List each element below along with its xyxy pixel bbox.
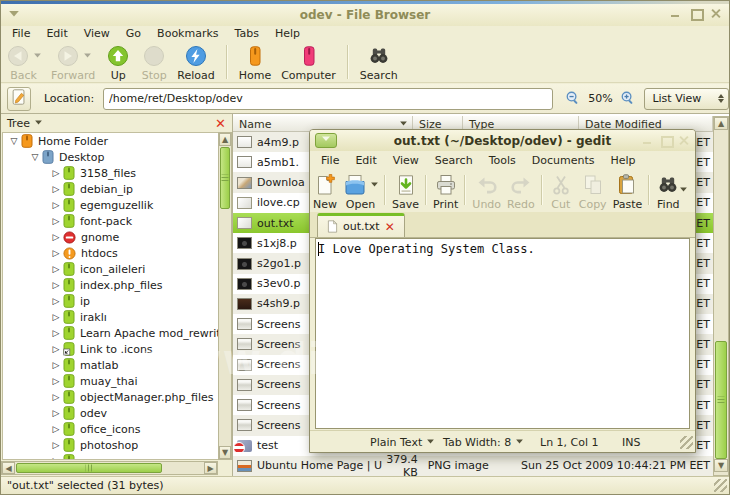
toolbar-overflow-icon[interactable] xyxy=(679,184,689,197)
zoom-in-icon[interactable] xyxy=(620,90,635,108)
expander-closed-icon[interactable]: ▷ xyxy=(49,440,63,450)
expander-closed-icon[interactable]: ▷ xyxy=(49,424,63,434)
scroll-up-icon[interactable]: ▲ xyxy=(714,117,728,130)
maximize-button[interactable] xyxy=(660,135,671,146)
gedit-print-button[interactable]: Print xyxy=(430,172,461,212)
location-input[interactable] xyxy=(103,88,552,110)
language-select[interactable]: Plain Text xyxy=(370,436,435,449)
tree-item-ofice-icons[interactable]: ▷ofice_icons xyxy=(3,421,218,437)
gedit-menu-documents[interactable]: Documents xyxy=(525,153,602,168)
filebrowser-forward-button[interactable]: Forward xyxy=(46,43,100,83)
expander-closed-icon[interactable]: ▷ xyxy=(49,280,63,290)
expander-closed-icon[interactable]: ▷ xyxy=(49,248,63,258)
gedit-titlebar[interactable]: out.txt (~/Desktop/odev) - gedit xyxy=(310,130,695,151)
tree-item-partial[interactable]: ▷ xyxy=(3,453,218,460)
tree-scroll-thumb[interactable] xyxy=(220,147,230,209)
expander-closed-icon[interactable]: ▷ xyxy=(49,456,63,460)
expander-closed-icon[interactable]: ▷ xyxy=(49,232,63,242)
gedit-undo-button[interactable]: Undo xyxy=(469,172,504,212)
expander-closed-icon[interactable]: ▷ xyxy=(49,408,63,418)
tree-item-debian-ip[interactable]: ▷debian_ip xyxy=(3,181,218,197)
expander-closed-icon[interactable]: ▷ xyxy=(49,264,63,274)
tree-item-index-php-files[interactable]: ▷index.php_files xyxy=(3,277,218,293)
gedit-redo-button[interactable]: Redo xyxy=(504,172,538,212)
gedit-save-button[interactable]: Save xyxy=(389,172,422,212)
maximize-button[interactable] xyxy=(690,8,701,19)
tab-width-select[interactable]: Tab Width: 8 xyxy=(443,436,524,449)
expander-closed-icon[interactable]: ▷ xyxy=(49,360,63,370)
filebrowser-menu-bookmarks[interactable]: Bookmarks xyxy=(150,26,225,41)
tree-item-odev[interactable]: ▷odev xyxy=(3,405,218,421)
tree-hscroll-thumb[interactable] xyxy=(16,463,162,473)
expander-open-icon[interactable]: ▽ xyxy=(7,136,21,146)
tree-item-irakl[interactable]: ▷iraklı xyxy=(3,309,218,325)
gedit-new-button[interactable]: New xyxy=(310,172,340,212)
resize-grip[interactable] xyxy=(714,479,727,492)
filebrowser-menu-edit[interactable]: Edit xyxy=(39,26,74,41)
tree-item-photoshop[interactable]: ▷photoshop xyxy=(3,437,218,453)
gedit-cut-button[interactable]: Cut xyxy=(546,172,576,212)
gedit-menu-view[interactable]: View xyxy=(386,153,426,168)
filebrowser-titlebar[interactable]: odev - File Browser xyxy=(1,4,729,26)
tree-header[interactable]: Tree ✕ xyxy=(1,114,232,132)
expander-closed-icon[interactable]: ▷ xyxy=(49,344,63,354)
filebrowser-menu-help[interactable]: Help xyxy=(268,26,307,41)
tree-item-matlab[interactable]: ▷matlab xyxy=(3,357,218,373)
filebrowser-reload-button[interactable]: Reload xyxy=(172,43,219,83)
tree-vertical-scrollbar[interactable]: ▲ ▼ xyxy=(218,132,232,460)
chevron-down-icon[interactable] xyxy=(33,50,41,63)
filebrowser-menu-file[interactable]: File xyxy=(5,26,37,41)
scroll-up-icon[interactable]: ▲ xyxy=(219,133,231,146)
gedit-menu-file[interactable]: File xyxy=(314,153,346,168)
tree-item-home-folder[interactable]: ▽Home Folder xyxy=(3,133,218,149)
scroll-down-icon[interactable]: ▼ xyxy=(219,446,231,459)
resize-grip[interactable] xyxy=(680,436,693,449)
tree-item-3158-files[interactable]: ▷3158_files xyxy=(3,165,218,181)
filebrowser-home-button[interactable]: Home xyxy=(234,43,276,83)
tree-item-egemguzellik[interactable]: ▷egemguzellik xyxy=(3,197,218,213)
tree-horizontal-scrollbar[interactable]: ◀ ▶ xyxy=(1,461,218,475)
edit-location-button[interactable] xyxy=(7,87,31,111)
filebrowser-stop-button[interactable]: Stop xyxy=(136,43,172,83)
expander-closed-icon[interactable]: ▷ xyxy=(49,376,63,386)
chevron-down-icon[interactable] xyxy=(370,179,378,192)
gedit-menu-help[interactable]: Help xyxy=(603,153,642,168)
expander-closed-icon[interactable]: ▷ xyxy=(49,392,63,402)
gedit-text-area[interactable]: I Love Operating System Class. xyxy=(315,238,690,429)
gedit-open-button[interactable]: Open xyxy=(340,172,381,212)
list-vertical-scrollbar[interactable]: ▲ ▼ xyxy=(713,116,729,476)
window-menu-icon[interactable] xyxy=(8,8,20,23)
tree-item-icon-aileleri[interactable]: ▷icon_aileleri xyxy=(3,261,218,277)
tree-item-objectmanager-php-files[interactable]: ▷objectManager.php_files xyxy=(3,389,218,405)
zoom-out-icon[interactable] xyxy=(565,90,580,108)
expander-closed-icon[interactable]: ▷ xyxy=(49,216,63,226)
expander-open-icon[interactable]: ▽ xyxy=(28,152,42,162)
filebrowser-menu-go[interactable]: Go xyxy=(119,26,148,41)
tree-item-gnome[interactable]: ▷gnome xyxy=(3,229,218,245)
gedit-paste-button[interactable]: Paste xyxy=(610,172,646,212)
filebrowser-computer-button[interactable]: Computer xyxy=(276,43,341,83)
chevron-down-icon[interactable] xyxy=(83,50,91,63)
gedit-menu-edit[interactable]: Edit xyxy=(348,153,383,168)
tree-header-chevron-icon[interactable] xyxy=(34,117,42,130)
file-row-ubuntu-home-page-ubuntu-125[interactable]: Ubuntu Home Page | Ubuntu_125...379.4 KB… xyxy=(233,456,713,476)
list-scroll-thumb[interactable] xyxy=(715,341,727,459)
filebrowser-menu-tabs[interactable]: Tabs xyxy=(228,26,266,41)
expander-closed-icon[interactable]: ▷ xyxy=(49,184,63,194)
filebrowser-back-button[interactable]: Back xyxy=(1,43,46,83)
filebrowser-up-button[interactable]: Up xyxy=(100,43,136,83)
expander-closed-icon[interactable]: ▷ xyxy=(49,200,63,210)
close-button[interactable] xyxy=(678,135,689,146)
expander-closed-icon[interactable]: ▷ xyxy=(49,328,63,338)
expander-closed-icon[interactable]: ▷ xyxy=(49,168,63,178)
tree-item-ip[interactable]: ▷ip xyxy=(3,293,218,309)
scroll-right-icon[interactable]: ▶ xyxy=(204,462,217,474)
gedit-copy-button[interactable]: Copy xyxy=(576,172,610,212)
tree-item-learn-apache-mod-rewrite-13-real-work[interactable]: ▷Learn Apache mod_rewrite: 13 Real-work xyxy=(3,325,218,341)
tree-item-muay-thai[interactable]: ▷muay_thai xyxy=(3,373,218,389)
minimize-button[interactable] xyxy=(670,8,681,19)
scroll-down-icon[interactable]: ▼ xyxy=(714,459,728,472)
scroll-left-icon[interactable]: ◀ xyxy=(2,462,15,474)
tab-close-icon[interactable]: ✕ xyxy=(385,221,395,233)
expander-closed-icon[interactable]: ▷ xyxy=(49,296,63,306)
